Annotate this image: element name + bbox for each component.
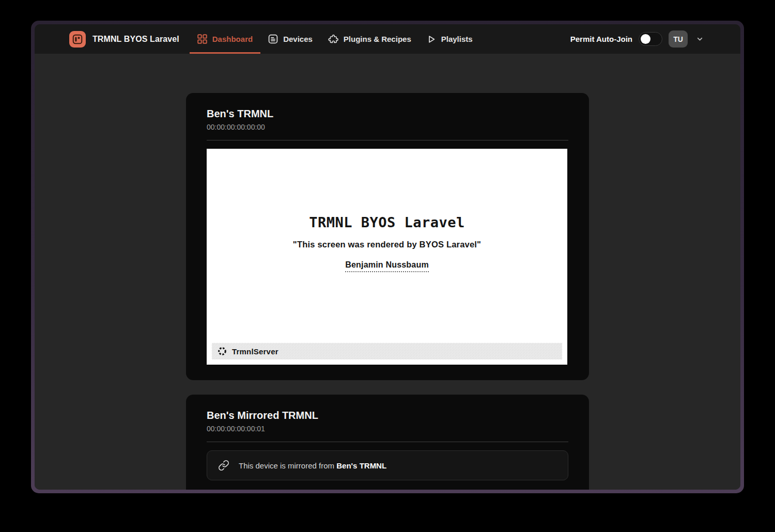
chevron-down-icon[interactable]	[694, 33, 706, 45]
nav-item-plugins[interactable]: Plugins & Recipes	[320, 24, 419, 54]
device-name: Ben's TRMNL	[207, 107, 568, 120]
mirror-target-device: Ben's TRMNL	[336, 461, 386, 470]
avatar[interactable]: TU	[669, 30, 688, 48]
avatar-initials: TU	[673, 35, 683, 43]
app-window-frame: TRMNL BYOS Laravel Dashboard	[31, 21, 744, 493]
eink-quote: "This screen was rendered by BYOS Larave…	[293, 240, 481, 249]
device-mac: 00:00:00:00:00:01	[207, 425, 568, 433]
nav-items: Dashboard Devices	[190, 24, 481, 54]
mirror-text: This device is mirrored from Ben's TRMNL	[239, 461, 386, 470]
eink-status-label: TrmnlServer	[232, 347, 278, 356]
nav-item-devices[interactable]: Devices	[260, 24, 320, 54]
nav-item-label: Devices	[283, 35, 313, 43]
play-icon	[427, 35, 436, 44]
nav-item-label: Playlists	[441, 35, 473, 43]
grid-icon	[197, 34, 207, 44]
device-mac: 00:00:00:00:00:00	[207, 123, 568, 132]
link-icon	[218, 460, 229, 471]
nav-item-label: Dashboard	[212, 35, 253, 43]
permit-auto-join-label: Permit Auto-Join	[570, 35, 632, 43]
trmnl-device-icon	[69, 31, 86, 48]
nav-item-dashboard[interactable]: Dashboard	[190, 24, 260, 54]
toggle-knob	[641, 34, 650, 44]
eink-author: Benjamin Nussbaum	[345, 260, 429, 272]
mirror-text-prefix: This device is mirrored from	[239, 461, 336, 470]
app-window: TRMNL BYOS Laravel Dashboard	[35, 24, 740, 490]
navbar-right: Permit Auto-Join TU	[570, 30, 706, 48]
eink-screen-preview: TRMNL BYOS Laravel "This screen was rend…	[207, 149, 567, 365]
device-list-icon	[268, 34, 278, 44]
device-card: Ben's TRMNL 00:00:00:00:00:00 TRMNL BYOS…	[186, 93, 589, 380]
device-card: Ben's Mirrored TRMNL 00:00:00:00:00:01 T…	[186, 395, 589, 490]
nav-item-playlists[interactable]: Playlists	[419, 24, 481, 54]
auto-join-toggle[interactable]	[639, 32, 662, 46]
nav-item-label: Plugins & Recipes	[344, 35, 411, 43]
navbar: TRMNL BYOS Laravel Dashboard	[35, 24, 740, 54]
dashboard-content: Ben's TRMNL 00:00:00:00:00:00 TRMNL BYOS…	[35, 54, 740, 490]
app-title: TRMNL BYOS Laravel	[92, 35, 179, 44]
card-divider	[207, 442, 568, 442]
eink-status-bar: TrmnlServer	[212, 343, 562, 359]
mirror-notice: This device is mirrored from Ben's TRMNL	[207, 450, 568, 480]
spinner-icon	[218, 347, 227, 356]
eink-title: TRMNL BYOS Laravel	[309, 214, 465, 230]
eink-screen-body: TRMNL BYOS Laravel "This screen was rend…	[207, 149, 567, 338]
brand[interactable]: TRMNL BYOS Laravel	[69, 31, 179, 48]
device-name: Ben's Mirrored TRMNL	[207, 409, 568, 421]
card-divider	[207, 140, 568, 140]
puzzle-icon	[328, 34, 338, 44]
